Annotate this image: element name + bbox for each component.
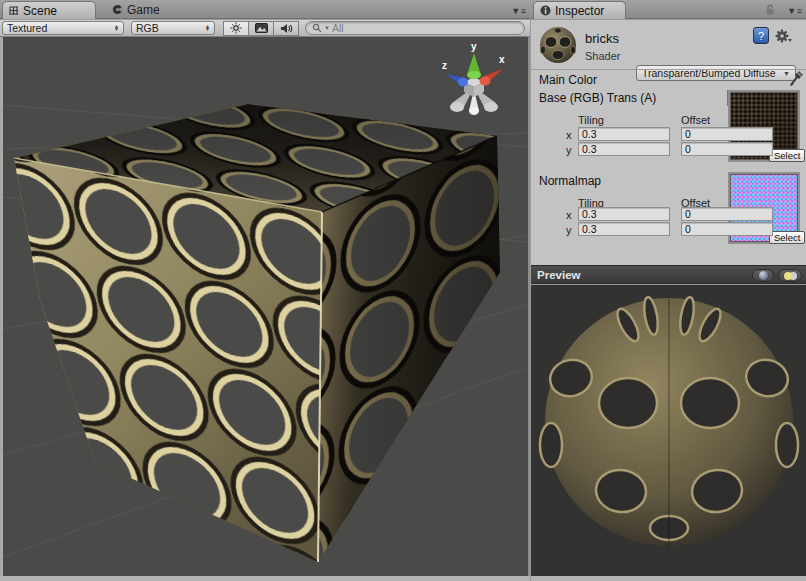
render-mode-dropdown[interactable]: Textured ▲▼ xyxy=(2,21,124,35)
normal-offset-x-field[interactable]: 0 xyxy=(681,207,773,221)
eyedropper-icon[interactable] xyxy=(789,70,804,87)
render-mode-value: Textured xyxy=(7,22,47,34)
normal-tiling-x-field[interactable]: 0.3 xyxy=(578,207,670,221)
base-tiling-y-field[interactable]: 0.3 xyxy=(578,142,670,156)
info-icon xyxy=(540,5,551,16)
tab-game-label: Game xyxy=(127,3,160,17)
gizmo-z-axis[interactable] xyxy=(446,74,468,87)
gizmo-z-label: z xyxy=(442,60,447,71)
main-color-label: Main Color xyxy=(539,73,597,87)
lock-icon[interactable] xyxy=(764,4,776,16)
base-offset-x-field[interactable]: 0 xyxy=(681,127,773,141)
x-row-label: x xyxy=(566,209,572,221)
tiling-header: Tiling xyxy=(578,114,604,126)
color-channel-value: RGB xyxy=(136,22,159,34)
color-channel-dropdown[interactable]: RGB ▲▼ xyxy=(131,21,215,35)
normal-select-button[interactable]: Select xyxy=(769,231,805,244)
preview-sphere xyxy=(531,285,806,576)
gizmo-x-axis[interactable] xyxy=(480,69,503,86)
y-row-label: y xyxy=(566,224,572,236)
speaker-icon xyxy=(280,23,293,34)
scene-tabbar: Scene Game ▼ ≡ xyxy=(0,0,530,19)
tab-inspector[interactable]: Inspector xyxy=(533,1,626,19)
gizmo-y-axis[interactable] xyxy=(467,53,481,79)
sphere-icon xyxy=(759,271,768,280)
sun-icon xyxy=(230,22,242,34)
base-select-button[interactable]: Select xyxy=(769,149,805,162)
tab-inspector-label: Inspector xyxy=(555,4,604,18)
search-icon xyxy=(312,23,322,33)
preview-title: Preview xyxy=(537,269,580,281)
scene-toolbar: Textured ▲▼ RGB ▲▼ xyxy=(0,20,530,37)
material-preview-area[interactable]: + xyxy=(531,285,806,576)
normal-tiling-y-field[interactable]: 0.3 xyxy=(578,222,670,236)
divider xyxy=(531,69,806,70)
search-filter-arrow-icon[interactable]: ▼ xyxy=(324,25,330,31)
preview-header[interactable]: Preview xyxy=(531,265,806,284)
panel-border xyxy=(528,37,530,576)
gizmo-y-label: y xyxy=(471,41,477,52)
scene-fx-toggle[interactable] xyxy=(248,21,274,36)
scene-audio-toggle[interactable] xyxy=(273,21,299,36)
material-preview-icon xyxy=(538,25,578,65)
tab-scene-label: Scene xyxy=(23,4,57,18)
light-on-icon xyxy=(784,272,792,280)
shader-label: Shader xyxy=(585,50,620,62)
base-tiling-x-field[interactable]: 0.3 xyxy=(578,127,670,141)
scene-viewport[interactable]: y x z xyxy=(3,37,528,576)
scene-lighting-toggle[interactable] xyxy=(223,21,249,36)
normal-map-label: Normalmap xyxy=(539,174,601,188)
shader-dropdown[interactable]: Transparent/Bumped Diffuse ▼ xyxy=(636,65,796,81)
y-row-label: y xyxy=(566,144,572,156)
gizmo-x-label: x xyxy=(499,54,505,65)
base-map-label: Base (RGB) Trans (A) xyxy=(539,91,656,105)
image-icon xyxy=(255,23,268,33)
scene-panel-menu-icon[interactable]: ▼ ≡ xyxy=(511,7,525,16)
help-icon[interactable]: ? xyxy=(753,27,769,44)
updown-arrows-icon: ▲▼ xyxy=(114,25,119,31)
scene-search-field[interactable]: ▼ All xyxy=(305,21,525,35)
brick-cube-object[interactable] xyxy=(14,104,500,562)
panel-border xyxy=(531,576,806,581)
panel-border xyxy=(0,37,3,576)
offset-header: Offset xyxy=(681,114,710,126)
inspector-tabbar: Inspector ▼ ≡ xyxy=(531,0,806,19)
game-icon xyxy=(112,4,123,15)
preview-light-button[interactable] xyxy=(778,269,802,282)
inspector-panel-menu-icon[interactable]: ▼ ≡ xyxy=(787,7,801,16)
tab-game[interactable]: Game xyxy=(112,0,160,19)
updown-arrows-icon: ▲▼ xyxy=(205,25,210,31)
base-offset-y-field[interactable]: 0 xyxy=(681,142,773,156)
material-name: bricks xyxy=(585,31,619,46)
axis-gizmo[interactable]: y x z xyxy=(436,41,512,119)
preview-mesh-button[interactable] xyxy=(752,269,774,282)
inspector-panel: Inspector ▼ ≡ bricks Shader xyxy=(531,0,806,581)
x-row-label: x xyxy=(566,129,572,141)
scene-panel: Scene Game ▼ ≡ Textured ▲▼ RGB ▲▼ xyxy=(0,0,530,581)
normal-offset-y-field[interactable]: 0 xyxy=(681,222,773,236)
tab-scene[interactable]: Scene xyxy=(2,1,96,19)
material-inspector: bricks Shader Transparent/Bumped Diffuse… xyxy=(531,20,806,265)
scene-grid-icon xyxy=(9,6,19,16)
gear-menu-icon[interactable] xyxy=(775,28,793,44)
search-value: All xyxy=(332,22,344,34)
panel-border xyxy=(0,576,530,581)
